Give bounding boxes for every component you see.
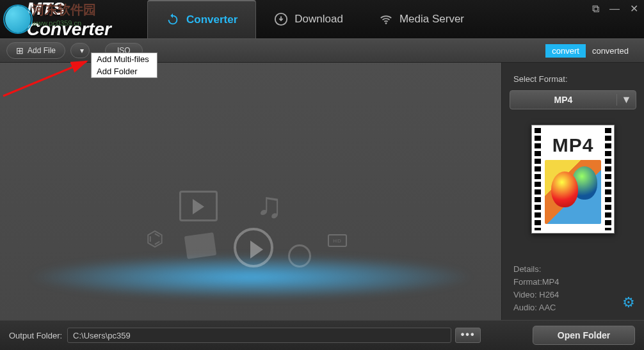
details-video: Video: H264 [513, 289, 636, 301]
add-file-button[interactable]: ⊞ Add File [6, 42, 65, 59]
menu-add-folder[interactable]: Add Folder [92, 65, 157, 77]
main-nav: Converter Download Media Server [147, 0, 482, 38]
chevron-down-icon: ▾ [80, 46, 84, 55]
details-audio: Audio: AAC [513, 301, 636, 314]
format-thumbnail: MP4 [531, 125, 615, 234]
thumb-image [545, 160, 601, 224]
format-panel: Select Format: MP4 ▼ MP4 Details: Format… [502, 63, 644, 320]
add-file-dropdown: Add Multi-files Add Folder [91, 52, 157, 78]
output-folder-input[interactable] [67, 328, 451, 343]
minimize-icon[interactable]: — [609, 4, 620, 14]
tab-convert[interactable]: convert [545, 44, 586, 58]
tab-media-server[interactable]: Media Server [361, 0, 482, 38]
refresh-icon [166, 13, 180, 27]
settings-button[interactable]: ⚙ [622, 294, 635, 311]
wifi-icon [379, 12, 393, 26]
format-details: Details: Format:MP4 Video: H264 Audio: A… [510, 263, 636, 314]
title-bar: 河东软件园 www.pc0359.cn MTS Converter Conver… [0, 0, 644, 38]
format-value: MP4 [510, 95, 616, 105]
open-folder-button[interactable]: Open Folder [533, 326, 635, 345]
tab-label: Converter [186, 13, 237, 26]
app-logo: MTS Converter [0, 0, 147, 40]
close-icon[interactable]: ✕ [629, 4, 639, 14]
tab-label: Download [294, 13, 343, 26]
clapper-icon [184, 232, 217, 259]
tab-download[interactable]: Download [256, 0, 361, 38]
filmstrip-decoration [535, 128, 541, 230]
tab-label: Media Server [399, 13, 464, 26]
convert-tab-switch: convert converted [545, 44, 635, 58]
drop-canvas[interactable]: ♫ ⌬ HD [0, 63, 502, 320]
svg-point-1 [385, 22, 387, 24]
window-controls: ⧉ — ✕ [590, 4, 639, 14]
add-file-label: Add File [28, 46, 56, 55]
tab-converter[interactable]: Converter [147, 0, 256, 38]
select-format-label: Select Format: [513, 74, 636, 84]
main-area: ♫ ⌬ HD Select Format: MP4 ▼ MP4 Details:… [0, 63, 644, 320]
video-icon [179, 191, 218, 221]
chevron-down-icon: ▼ [616, 94, 636, 106]
browse-button[interactable]: ••• [455, 328, 481, 343]
add-file-dropdown-toggle[interactable]: ▾ [70, 43, 90, 58]
output-folder-label: Output Folder: [9, 331, 62, 340]
play-icon [234, 228, 273, 267]
thumb-format-label: MP4 [536, 134, 610, 156]
format-selector[interactable]: MP4 ▼ [510, 90, 636, 109]
menu-add-multi-files[interactable]: Add Multi-files [92, 53, 157, 65]
tab-converted[interactable]: converted [586, 44, 635, 58]
webcam-icon [288, 244, 311, 267]
download-icon [274, 12, 288, 26]
gear-icon: ⚙ [622, 294, 635, 310]
camera-icon: ⌬ [146, 227, 164, 251]
plus-icon: ⊞ [16, 45, 24, 56]
app-title: MTS Converter [27, 0, 147, 40]
filmstrip-decoration [605, 128, 611, 230]
popout-icon[interactable]: ⧉ [590, 4, 600, 14]
music-icon: ♫ [256, 184, 283, 226]
details-header: Details: [513, 263, 636, 276]
logo-icon [5, 6, 31, 33]
bottom-bar: Output Folder: ••• Open Folder [0, 320, 644, 350]
hd-icon: HD [328, 234, 347, 247]
details-format: Format:MP4 [513, 276, 636, 289]
